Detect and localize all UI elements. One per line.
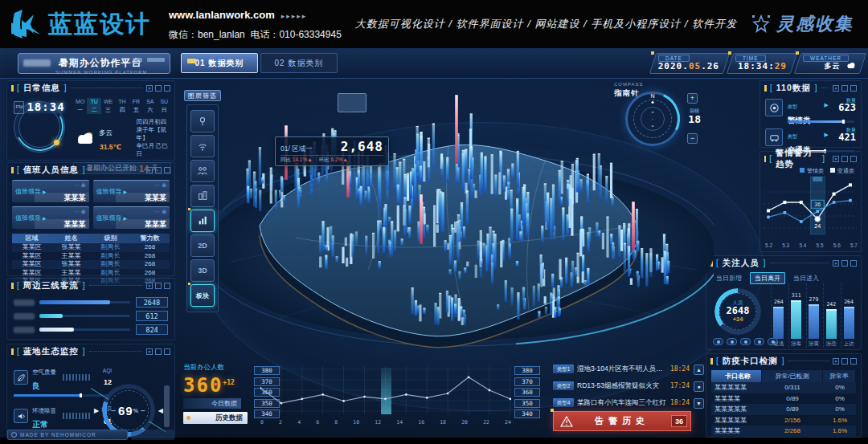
alert-history-count: 36 xyxy=(671,415,687,427)
alert-history-label: 告警历史 xyxy=(573,415,671,427)
date-widget: DATE 2020.05.26 xyxy=(649,53,730,74)
table-row[interactable]: 某某区王某某副局长268 xyxy=(12,269,170,278)
gauge-slider[interactable] xyxy=(164,385,170,427)
bar-column[interactable]: 242涉恐 xyxy=(823,283,838,348)
date-value: 2020.05.26 xyxy=(658,61,719,71)
pin-icon xyxy=(197,116,208,127)
map-tooltip: 01/ 区域一 2,648 同比 14.1%▲ 环比 6.2%▲ xyxy=(275,136,389,166)
table-row[interactable]: 某某某某某0/890% xyxy=(711,404,856,415)
svg-text:36: 36 xyxy=(814,202,821,207)
panel-controls[interactable]: × xyxy=(146,85,170,92)
tab-data-category-2[interactable]: 02 数据类别 xyxy=(260,53,338,73)
compass-widget: COMPASS 指南针 N ⌃·⌄ + 层级 18 − xyxy=(612,82,701,156)
zoom-in-button[interactable]: + xyxy=(687,93,698,104)
table-row[interactable]: 某某区王某某副局长268 xyxy=(12,252,170,261)
trend-line-chart[interactable]: 3624 xyxy=(760,175,859,239)
layer-2d-button[interactable]: 2D xyxy=(190,234,215,257)
alert-tag: 类型1 xyxy=(553,365,574,373)
badge-icon xyxy=(765,99,783,116)
scroll-down-button[interactable]: ▼ xyxy=(694,398,704,409)
duty-card[interactable]: 值班领导▶⋯ ⊗某某某 xyxy=(93,180,170,202)
table-row[interactable]: 某某某某2/2681.6% xyxy=(711,426,856,437)
building-icon xyxy=(197,190,208,202)
today-data-button[interactable]: 今日数据 xyxy=(183,398,241,409)
cloud-icon xyxy=(846,62,856,68)
bar-column[interactable]: 264在逃 xyxy=(771,283,786,348)
layer-signal-button[interactable] xyxy=(190,135,215,157)
panel-controls[interactable]: × xyxy=(833,156,857,162)
alert-row[interactable]: 类型4某路口有小汽车连闯三个红灯18:24 xyxy=(553,397,704,409)
layer-chart-button[interactable] xyxy=(190,210,215,232)
scroll-dot[interactable]: ● xyxy=(694,381,704,392)
duty-cards: 值班领导▶⋯ ⊗某某某 值班领导▶⋯ ⊗某某某 值班领导▶⋯ ⊗某某某 值班领导… xyxy=(7,177,174,232)
tab-daily-enter[interactable]: 当日进入 xyxy=(788,272,824,284)
mom-value: 6.2%▲ xyxy=(331,157,348,162)
flow-value: 2648 xyxy=(136,297,168,308)
bar-column[interactable]: 264上访 xyxy=(841,283,856,348)
duty-card[interactable]: 值班领导▶⋯ ⊗某某某 xyxy=(12,206,89,229)
tab-icon xyxy=(187,59,196,63)
inspiration-collect[interactable]: 灵感收集 xyxy=(751,12,854,36)
panel-controls[interactable]: × xyxy=(833,358,857,365)
bar-column[interactable]: 279涉黄 xyxy=(806,283,821,348)
layer-filter-toolbar: 图层筛选 2D 3D 板块 xyxy=(186,90,219,312)
layer-location-button[interactable] xyxy=(190,110,215,132)
panel-controls[interactable]: × xyxy=(833,260,857,267)
column-header[interactable]: 卡口名称 xyxy=(711,370,761,382)
line-label-blur xyxy=(14,313,35,320)
alert-tag: 类型4 xyxy=(553,398,574,407)
alert-list: 类型1湿地3-104片区有不明人员闯入18:24 类型2RD13-53烟感报警疑… xyxy=(553,363,704,413)
bar-chart-icon xyxy=(197,215,208,226)
duty-card[interactable]: 值班领导▶⋯ ⊗某某某 xyxy=(12,180,89,202)
alert-row[interactable]: 类型1湿地3-104片区有不明人员闯入18:24 xyxy=(553,363,704,375)
history-data-button[interactable]: 历史数据 xyxy=(183,412,248,424)
tab-data-category-1[interactable]: 01 数据类别 xyxy=(181,53,258,73)
y-axis-ticks-2: 380370360350340 xyxy=(514,366,542,421)
focus-icon-row xyxy=(713,338,778,345)
tab-daily-new[interactable]: 当日新增 xyxy=(711,272,747,284)
table-row[interactable]: 某某某某0/890% xyxy=(711,393,856,405)
bar-column[interactable]: 311涉毒 xyxy=(788,283,804,348)
alert-row[interactable]: 类型2RD13-53烟感报警疑似火灾17:24 xyxy=(553,380,704,392)
weather-value: 多云 xyxy=(824,60,856,71)
lunar-calendar: 闰四月初四庚子年【鼠年】辛巳月 己巳日 xyxy=(136,118,171,158)
zoom-out-button[interactable]: − xyxy=(687,133,698,144)
website-link[interactable]: www.lanlanwork.com xyxy=(169,9,275,21)
column-header[interactable]: 异常率 xyxy=(823,370,855,382)
panel-title: 蓝地生态监控 xyxy=(23,346,79,357)
clock-widget: PM18:34 xyxy=(14,101,65,153)
table-row[interactable]: 某某某某某0/3110% xyxy=(711,382,856,393)
layer-people-button[interactable] xyxy=(190,160,215,182)
alert-tag: 类型2 xyxy=(553,381,574,390)
layer-block-button[interactable]: 板块 xyxy=(190,284,215,307)
layer-building-button[interactable] xyxy=(190,185,215,207)
air-progress xyxy=(14,394,108,397)
table-row[interactable]: 某某区张某某副局长268 xyxy=(12,243,170,252)
arrow-decor: ▸▸▸▸▸ xyxy=(281,12,308,20)
table-row[interactable]: 某某区张某某副局长268 xyxy=(12,260,170,269)
panel-controls[interactable]: × xyxy=(146,167,170,173)
platform-title-plate: 暑期办公协作平台 SUMMER WORKING PLATFORM xyxy=(18,53,170,74)
panel-controls[interactable]: × xyxy=(146,283,170,289)
scroll-up-button[interactable]: ▲ xyxy=(694,365,704,375)
table-row[interactable]: 某某某某某2/1561.6% xyxy=(711,415,856,426)
panel-title: 110数据 xyxy=(776,83,811,94)
panel-focus-personnel: [关注人员]× 当日新增 当日离开 当日进入 人员2648+24 264在逃 3… xyxy=(706,255,862,350)
column-header[interactable]: 异常/已检测 xyxy=(762,370,822,382)
gear-icon xyxy=(11,432,17,438)
panel-controls[interactable]: × xyxy=(833,85,857,92)
temperature: 31.5℃ xyxy=(100,143,121,151)
panel-passenger-flow: [周边三线客流]× 2648 612 824 xyxy=(6,278,175,340)
panel-controls[interactable]: × xyxy=(146,348,170,355)
clock-period: PM xyxy=(14,101,24,114)
office-count-value: 360+12 xyxy=(183,373,252,396)
duty-card[interactable]: 值班领导▶⋯ ⊗某某某 xyxy=(93,206,170,229)
layer-3d-button[interactable]: 3D xyxy=(190,259,215,282)
tab-daily-leave[interactable]: 当日离开 xyxy=(750,272,785,284)
panel-title: 防疫卡口检测 xyxy=(723,356,778,367)
time-widget: TIME 18:34:29 xyxy=(727,53,797,74)
compass-dial[interactable]: N ⌃·⌄ xyxy=(625,92,680,146)
signal-icon xyxy=(197,141,208,152)
alert-history-banner[interactable]: 告警历史 36 xyxy=(553,411,691,431)
hourly-line-chart[interactable] xyxy=(260,366,511,416)
